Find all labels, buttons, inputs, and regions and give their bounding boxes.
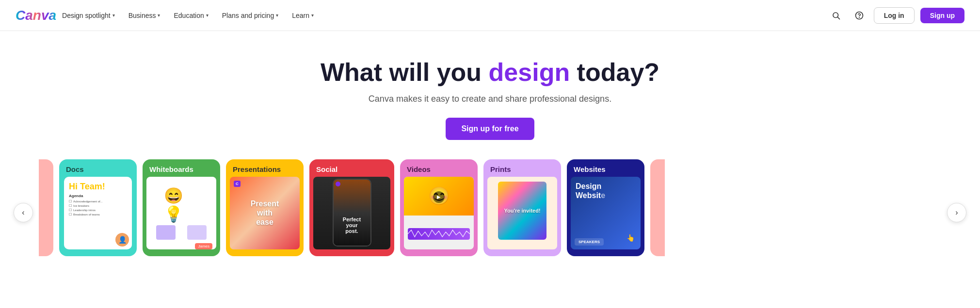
chevron-down-icon: ▾ <box>112 13 115 18</box>
signup-button[interactable]: Sign up <box>920 8 964 23</box>
websites-speakers-label: SPEAKERS <box>575 238 604 246</box>
card-websites-label: Websites <box>567 159 644 177</box>
wb-rect2 <box>187 225 207 240</box>
card-social[interactable]: Social Perfect your post. <box>309 159 394 256</box>
help-button[interactable] <box>851 7 868 24</box>
cards-carousel: ‹ Docs Hi Team! Agenda Acknowledgement o… <box>0 159 980 266</box>
pres-canva-logo: C <box>234 181 241 187</box>
card-videos-label: Videos <box>400 159 478 177</box>
docs-hi-text: Hi Team! <box>69 182 127 192</box>
hero-subtext: Canva makes it easy to create and share … <box>10 94 970 104</box>
nav-actions: Log in Sign up <box>827 7 964 24</box>
card-websites[interactable]: Websites DesignWebsite SPEAKERS 👆 <box>567 159 644 256</box>
chevron-down-icon: ▾ <box>206 13 209 18</box>
card-videos[interactable]: Videos 😊 ▶ <box>400 159 478 256</box>
card-partial-right <box>650 159 665 256</box>
wb-rect1 <box>156 225 176 240</box>
websites-preview: DesignWebsite SPEAKERS 👆 <box>571 177 641 249</box>
videos-preview: 😊 ▶ <box>404 177 474 249</box>
websites-design-text: DesignWebsite <box>571 177 641 205</box>
docs-agenda-label: Agenda <box>69 194 127 198</box>
nav-item-education[interactable]: Education ▾ <box>168 8 214 23</box>
card-prints-label: Prints <box>483 159 561 177</box>
card-docs[interactable]: Docs Hi Team! Agenda Acknowledgement of.… <box>59 159 137 256</box>
social-phone: Perfect your post. <box>333 179 371 246</box>
chevron-right-icon: › <box>955 208 958 217</box>
docs-item-2: Ice breakers <box>69 204 127 208</box>
wb-emoji: 😄💡 <box>164 186 199 223</box>
navbar: Canva Design spotlight ▾ Business ▾ Educ… <box>0 0 980 31</box>
nav-item-design-spotlight[interactable]: Design spotlight ▾ <box>56 8 121 23</box>
svg-line-1 <box>837 17 839 19</box>
social-img: Perfect your post. <box>334 180 370 246</box>
card-partial-left <box>39 159 53 256</box>
prints-preview: You're invited! <box>487 177 557 249</box>
card-docs-label: Docs <box>59 159 137 177</box>
docs-avatar: 👤 <box>115 233 129 246</box>
prints-invite-card: You're invited! <box>498 182 546 240</box>
chevron-down-icon: ▾ <box>276 13 278 18</box>
docs-item-4: Breakdown of teams <box>69 213 127 216</box>
pres-text: Present with ease <box>247 199 282 227</box>
chevron-left-icon: ‹ <box>22 208 24 217</box>
docs-item-1: Acknowledgement of... <box>69 200 127 203</box>
card-presentations[interactable]: Presentations C Present with ease <box>226 159 304 256</box>
nav-item-plans[interactable]: Plans and pricing ▾ <box>216 8 284 23</box>
hero-cta-button[interactable]: Sign up for free <box>446 118 534 140</box>
carousel-next-button[interactable]: › <box>947 203 966 222</box>
logo[interactable]: Canva <box>16 8 56 23</box>
pres-preview: C Present with ease <box>230 177 300 249</box>
chevron-down-icon: ▾ <box>158 13 160 18</box>
nav-item-business[interactable]: Business ▾ <box>123 8 166 23</box>
chevron-down-icon: ▾ <box>311 13 314 18</box>
hero-section: What will you design today? Canva makes … <box>0 31 980 159</box>
cards-track: Docs Hi Team! Agenda Acknowledgement of.… <box>0 159 980 256</box>
play-icon: ▶ <box>433 191 445 203</box>
login-button[interactable]: Log in <box>874 7 915 24</box>
card-whiteboards[interactable]: Whiteboards 😄💡 James <box>143 159 220 256</box>
docs-items-list: Acknowledgement of... Ice breakers Leade… <box>69 200 127 216</box>
card-pres-label: Presentations <box>226 159 304 177</box>
cursor-icon: 👆 <box>627 234 635 242</box>
wb-preview: 😄💡 James <box>146 177 216 249</box>
docs-item-3: Leadership intros <box>69 208 127 212</box>
videos-waveform <box>408 228 470 240</box>
social-post-text: Perfect your post. <box>343 216 361 234</box>
nav-item-learn[interactable]: Learn ▾ <box>286 8 320 23</box>
nav-links: Design spotlight ▾ Business ▾ Education … <box>56 8 827 23</box>
card-social-label: Social <box>309 159 394 177</box>
carousel-prev-button[interactable]: ‹ <box>14 203 33 222</box>
docs-preview: Hi Team! Agenda Acknowledgement of... Ic… <box>64 177 132 249</box>
card-prints[interactable]: Prints You're invited! <box>483 159 561 256</box>
wb-name-tag: James <box>195 243 212 249</box>
social-logo-dot <box>336 182 340 186</box>
hero-heading: What will you design today? <box>10 58 970 87</box>
card-wb-label: Whiteboards <box>143 159 220 177</box>
social-preview: Perfect your post. <box>313 177 390 249</box>
search-button[interactable] <box>827 7 845 24</box>
